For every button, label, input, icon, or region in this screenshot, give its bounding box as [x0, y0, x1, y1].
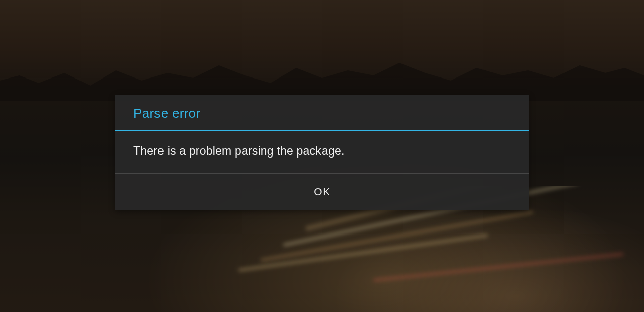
dialog-message: There is a problem parsing the package. [133, 144, 511, 158]
dialog-body: There is a problem parsing the package. [115, 131, 529, 173]
error-dialog: Parse error There is a problem parsing t… [115, 95, 529, 210]
dialog-header: Parse error [115, 95, 529, 130]
dialog-title: Parse error [133, 106, 511, 121]
ok-button[interactable]: OK [302, 180, 342, 204]
dialog-actions: OK [115, 174, 529, 210]
